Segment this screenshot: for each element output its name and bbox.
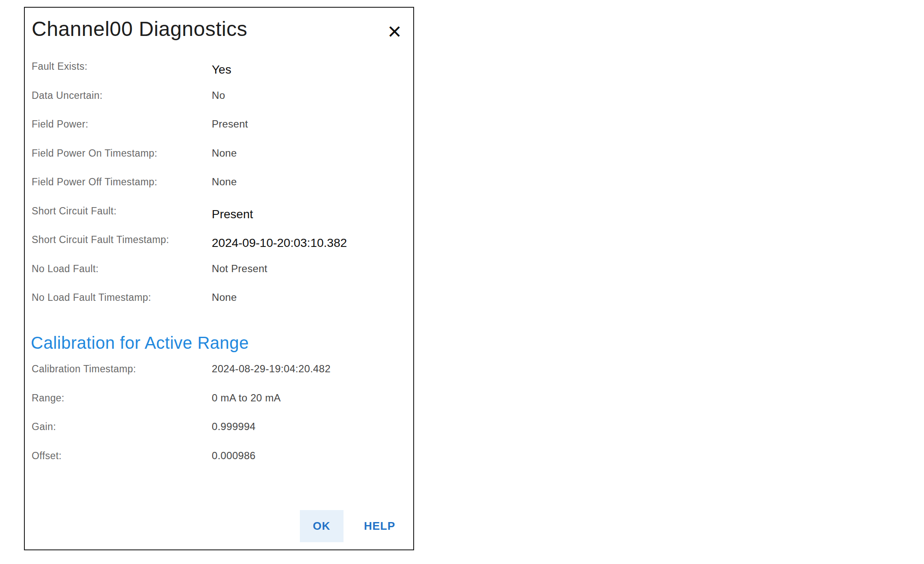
dialog-footer: OK HELP xyxy=(300,510,395,542)
ok-button[interactable]: OK xyxy=(300,510,344,542)
row-no-load-fault: No Load Fault: Not Present xyxy=(32,262,403,291)
row-data-uncertain: Data Uncertain: No xyxy=(32,89,403,118)
row-field-power: Field Power: Present xyxy=(32,118,403,147)
diagnostics-list: Fault Exists: Yes Data Uncertain: No Fie… xyxy=(32,60,403,320)
row-label: Fault Exists: xyxy=(32,60,212,73)
row-label: Offset: xyxy=(32,449,212,462)
calibration-list: Calibration Timestamp: 2024-08-29-19:04:… xyxy=(32,362,403,478)
dialog-title: Channel00 Diagnostics xyxy=(32,16,247,42)
close-icon[interactable]: ✕ xyxy=(386,22,403,42)
row-fault-exists: Fault Exists: Yes xyxy=(32,60,403,89)
row-value: None xyxy=(212,175,237,188)
help-button[interactable]: HELP xyxy=(364,519,395,533)
row-label: Short Circuit Fault: xyxy=(32,205,212,217)
channel-diagnostics-dialog: Channel00 Diagnostics ✕ Fault Exists: Ye… xyxy=(24,7,414,550)
row-label: No Load Fault: xyxy=(32,262,212,275)
row-value: 0.999994 xyxy=(212,420,256,433)
row-value: 2024-09-10-20:03:10.382 xyxy=(212,237,347,249)
row-field-power-off-timestamp: Field Power Off Timestamp: None xyxy=(32,175,403,205)
row-range: Range: 0 mA to 20 mA xyxy=(32,392,403,421)
row-label: Gain: xyxy=(32,420,212,433)
row-label: Field Power: xyxy=(32,118,212,131)
row-short-circuit-fault: Short Circuit Fault: Present xyxy=(32,205,403,234)
row-value: Not Present xyxy=(212,262,267,275)
row-label: Field Power Off Timestamp: xyxy=(32,175,212,188)
row-value: None xyxy=(212,291,237,304)
row-value: 0 mA to 20 mA xyxy=(212,392,281,404)
row-label: Short Circuit Fault Timestamp: xyxy=(32,233,212,246)
row-label: Range: xyxy=(32,392,212,404)
row-label: Calibration Timestamp: xyxy=(32,362,212,375)
row-no-load-fault-timestamp: No Load Fault Timestamp: None xyxy=(32,291,403,320)
row-value: Yes xyxy=(212,63,231,76)
row-field-power-on-timestamp: Field Power On Timestamp: None xyxy=(32,147,403,176)
calibration-section-heading: Calibration for Active Range xyxy=(31,332,249,353)
row-gain: Gain: 0.999994 xyxy=(32,420,403,449)
row-value: 2024-08-29-19:04:20.482 xyxy=(212,362,331,375)
row-value: No xyxy=(212,89,225,102)
row-label: Field Power On Timestamp: xyxy=(32,147,212,160)
row-value: Present xyxy=(212,118,248,131)
row-label: Data Uncertain: xyxy=(32,89,212,102)
row-value: Present xyxy=(212,208,253,221)
row-short-circuit-fault-timestamp: Short Circuit Fault Timestamp: 2024-09-1… xyxy=(32,233,403,262)
row-calibration-timestamp: Calibration Timestamp: 2024-08-29-19:04:… xyxy=(32,362,403,392)
row-value: 0.000986 xyxy=(212,449,256,462)
row-offset: Offset: 0.000986 xyxy=(32,449,403,478)
row-label: No Load Fault Timestamp: xyxy=(32,291,212,304)
row-value: None xyxy=(212,147,237,160)
